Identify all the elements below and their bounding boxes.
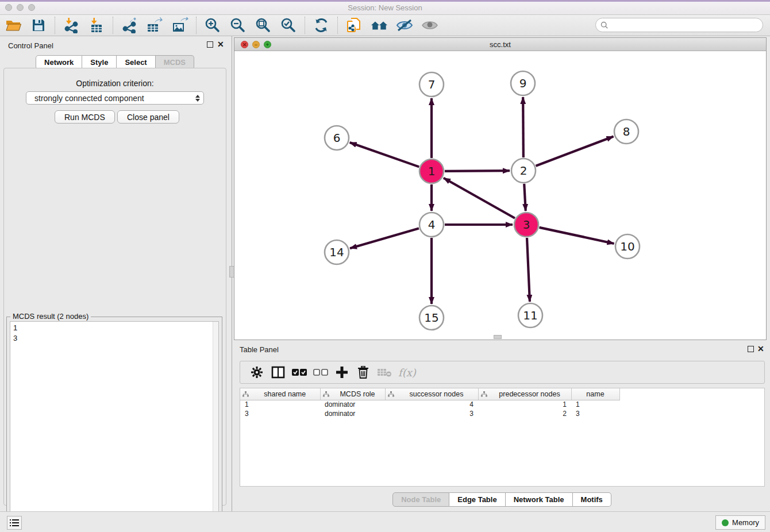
close-panel-icon[interactable]: ✕	[217, 40, 224, 49]
memory-status-icon	[722, 519, 729, 526]
export-image-icon[interactable]	[171, 17, 188, 33]
network-window-titlebar[interactable]: ✕ − + scc.txt	[234, 38, 766, 51]
graph-node-label-9: 9	[519, 76, 527, 90]
column-header-label: MCDS role	[333, 390, 383, 398]
graph-edge-2-9[interactable]	[523, 97, 523, 157]
tab-motifs[interactable]: Motifs	[573, 492, 611, 507]
table-cell[interactable]: 3	[385, 409, 478, 418]
graph-node-label-8: 8	[623, 125, 630, 138]
column-header-name[interactable]: name	[571, 388, 619, 400]
import-table-icon[interactable]	[88, 17, 105, 33]
table-cell[interactable]: 4	[385, 400, 478, 409]
network-canvas[interactable]: 1234678910111415	[234, 51, 766, 340]
network-graph: 1234678910111415	[234, 51, 766, 340]
zoom-out-icon[interactable]	[229, 17, 247, 33]
graph-node-label-11: 11	[523, 309, 537, 322]
function-builder-icon: f(x)	[398, 367, 416, 379]
add-icon[interactable]	[332, 364, 352, 380]
table-row[interactable]: 3dominator323	[240, 409, 619, 418]
gear-icon[interactable]	[247, 364, 267, 380]
delete-icon[interactable]	[353, 364, 373, 380]
table-row[interactable]: 1dominator411	[240, 400, 619, 409]
deselect-all-icon[interactable]	[311, 364, 330, 380]
graph-node-label-3: 3	[523, 218, 530, 232]
graph-edge-2-8[interactable]	[536, 137, 614, 166]
graph-node-label-2: 2	[520, 164, 528, 178]
graph-node-label-10: 10	[620, 240, 634, 253]
column-header-MCDS-role[interactable]: MCDS role	[320, 388, 385, 400]
mcds-panel: Optimization criterion: strongly connect…	[3, 68, 226, 506]
graph-edge-1-6[interactable]	[350, 142, 419, 167]
table-tabset: Node Table Edge Table Network Table Moti…	[392, 492, 611, 507]
close-table-panel-icon[interactable]: ✕	[757, 344, 764, 353]
column-header-label: predecessor nodes	[491, 390, 569, 398]
table-cell[interactable]: 1	[478, 400, 571, 409]
zoom-in-icon[interactable]	[204, 17, 221, 33]
export-network-icon[interactable]	[121, 17, 138, 33]
copy-network-icon[interactable]	[345, 17, 363, 33]
memory-label: Memory	[732, 518, 759, 527]
mcds-result-area[interactable]: 1 3	[10, 321, 219, 532]
result-scrollbar[interactable]	[213, 322, 218, 532]
graph-edge-1-2[interactable]	[445, 171, 510, 171]
tab-node-table[interactable]: Node Table	[392, 492, 449, 507]
table-cell[interactable]: 3	[240, 409, 320, 418]
open-session-icon[interactable]	[5, 17, 22, 33]
network-collapse-handle[interactable]	[494, 335, 502, 339]
show-all-icon[interactable]	[421, 17, 438, 33]
main-toolbar	[0, 15, 770, 36]
close-panel-button[interactable]: Close panel	[117, 110, 179, 124]
table-cell[interactable]: dominator	[320, 400, 385, 409]
table-cell[interactable]: 2	[478, 409, 571, 418]
table-cell[interactable]: 3	[571, 409, 619, 418]
table-cell[interactable]: dominator	[320, 409, 385, 418]
save-session-icon[interactable]	[30, 17, 47, 33]
column-hierarchy-icon	[242, 391, 249, 397]
toolbar-separator	[305, 17, 305, 34]
tab-edge-table[interactable]: Edge Table	[449, 492, 505, 507]
column-header-successor-nodes[interactable]: successor nodes	[385, 388, 478, 400]
graph-edge-2-3[interactable]	[524, 184, 526, 211]
column-header-predecessor-nodes[interactable]: predecessor nodes	[478, 388, 571, 400]
column-header-label: shared name	[252, 390, 318, 398]
toolbar-separator	[55, 17, 55, 34]
network-view-window: ✕ − + scc.txt 1234678910111415	[234, 37, 767, 340]
toolbar-separator	[113, 17, 113, 34]
column-hierarchy-icon	[323, 391, 329, 397]
app-title: Session: New Session	[0, 3, 770, 12]
search-input[interactable]	[609, 21, 763, 29]
table-panel: Table Panel ✕ f(x) shared nameMCDS roles…	[234, 342, 770, 511]
column-hierarchy-icon	[481, 391, 487, 397]
first-neighbors-icon[interactable]	[371, 17, 388, 33]
graph-node-label-14: 14	[329, 245, 344, 259]
toolbar-separator	[337, 17, 338, 34]
column-header-shared-name[interactable]: shared name	[240, 388, 320, 400]
refresh-layout-icon[interactable]	[313, 17, 330, 33]
mcds-result-group: MCDS result (2 nodes) 1 3	[6, 317, 222, 532]
criterion-select[interactable]: strongly connected component	[26, 91, 204, 105]
table-cell[interactable]: 1	[571, 400, 619, 409]
float-table-panel-icon[interactable]	[748, 346, 754, 352]
float-panel-icon[interactable]	[207, 41, 213, 48]
graph-node-label-4: 4	[428, 218, 436, 232]
tab-network-table[interactable]: Network Table	[506, 492, 573, 507]
zoom-fit-icon[interactable]	[255, 17, 272, 33]
table-cell[interactable]: 1	[240, 400, 320, 409]
select-all-icon[interactable]	[290, 364, 309, 380]
table-toolbar: f(x)	[240, 361, 765, 384]
columns-icon[interactable]	[268, 364, 288, 380]
mcds-result-text: 1 3	[10, 322, 213, 532]
task-history-button[interactable]	[7, 516, 22, 530]
graph-edge-4-14[interactable]	[350, 228, 419, 248]
zoom-selected-icon[interactable]	[280, 17, 297, 33]
export-table-icon[interactable]	[146, 17, 163, 33]
hide-selected-icon[interactable]	[396, 17, 413, 33]
search-box[interactable]	[595, 18, 763, 32]
import-network-icon[interactable]	[63, 17, 80, 33]
graph-edge-3-1[interactable]	[444, 178, 515, 218]
graph-edge-3-11[interactable]	[527, 238, 530, 302]
run-mcds-button[interactable]: Run MCDS	[55, 110, 115, 124]
graph-node-label-15: 15	[424, 311, 438, 325]
memory-button[interactable]: Memory	[715, 515, 765, 530]
graph-edge-3-10[interactable]	[539, 228, 614, 244]
